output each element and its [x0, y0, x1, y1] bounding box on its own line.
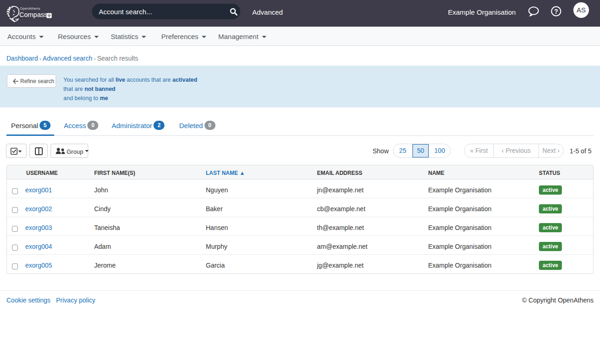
svg-text:?: ?	[554, 8, 558, 15]
